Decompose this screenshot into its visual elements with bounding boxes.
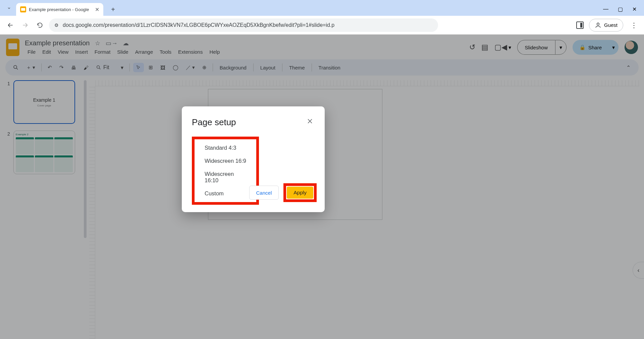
option-widescreen-16-10[interactable]: Widescreen 16:10: [205, 167, 249, 187]
arrow-right-icon: [22, 22, 29, 29]
site-settings-icon[interactable]: ⚙: [54, 22, 59, 28]
dialog-close-button[interactable]: [305, 116, 315, 128]
cancel-button[interactable]: Cancel: [249, 186, 279, 200]
page-setup-dialog: Page setup Standard 4:3 Widescreen 16:9 …: [182, 106, 325, 212]
reload-button[interactable]: [34, 19, 46, 31]
maximize-icon[interactable]: ▢: [618, 6, 623, 12]
tab-title: Example presentation - Google: [29, 7, 92, 12]
side-panel-icon[interactable]: [576, 21, 584, 29]
nav-back-button[interactable]: [5, 19, 16, 31]
option-standard-4-3[interactable]: Standard 4:3: [205, 141, 249, 154]
tab-close-icon[interactable]: ✕: [95, 6, 99, 13]
apply-button[interactable]: Apply: [287, 187, 313, 199]
url-text: docs.google.com/presentation/d/1LzrCIDSN…: [63, 22, 334, 28]
close-window-icon[interactable]: ✕: [632, 6, 637, 12]
apply-label: Apply: [293, 190, 307, 195]
profile-chip[interactable]: Guest: [589, 19, 623, 32]
cancel-label: Cancel: [256, 190, 272, 196]
arrow-left-icon: [7, 22, 14, 29]
slides-favicon-icon: [20, 6, 26, 12]
new-tab-button[interactable]: +: [108, 4, 118, 14]
reload-icon: [37, 22, 43, 29]
dialog-title: Page setup: [192, 117, 236, 128]
browser-toolbar: ⚙ docs.google.com/presentation/d/1LzrCID…: [0, 16, 644, 35]
address-bar[interactable]: ⚙ docs.google.com/presentation/d/1LzrCID…: [49, 18, 438, 32]
browser-menu-button[interactable]: ⋮: [629, 19, 639, 31]
option-widescreen-16-9[interactable]: Widescreen 16:9: [205, 154, 249, 167]
close-icon: [307, 118, 313, 125]
svg-point-0: [597, 23, 599, 25]
nav-forward-button[interactable]: [19, 19, 31, 31]
browser-tab[interactable]: Example presentation - Google ✕: [16, 3, 103, 16]
browser-tabstrip: Example presentation - Google ✕ + — ▢ ✕: [0, 0, 644, 16]
apply-highlight-box: Apply: [283, 183, 317, 202]
tablist-caret[interactable]: [3, 2, 15, 14]
chevron-down-icon: [7, 6, 11, 10]
window-controls: — ▢ ✕: [603, 6, 644, 16]
minimize-icon[interactable]: —: [603, 6, 608, 12]
guest-avatar-icon: [595, 22, 601, 29]
guest-label: Guest: [604, 22, 618, 28]
option-custom[interactable]: Custom: [205, 187, 249, 200]
